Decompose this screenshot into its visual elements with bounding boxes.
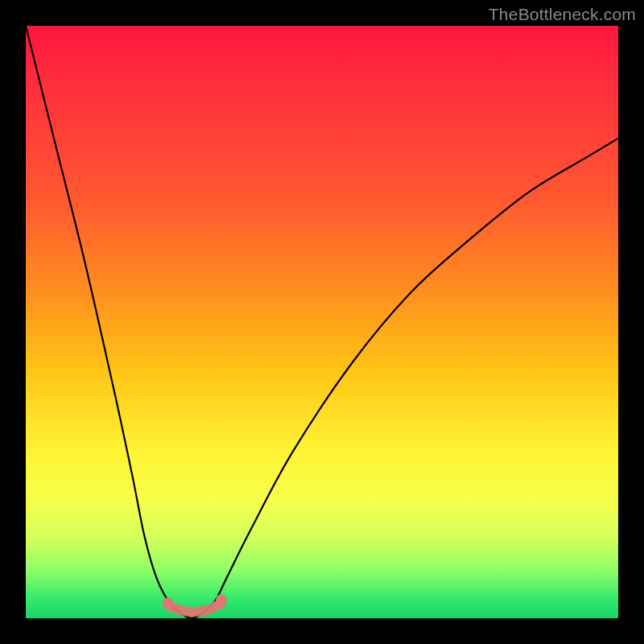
bottleneck-curve: [26, 26, 618, 618]
svg-point-1: [216, 594, 227, 605]
watermark-text: TheBottleneck.com: [489, 5, 636, 24]
curve-minimum-marker: [163, 594, 227, 612]
plot-area: [26, 26, 618, 618]
curve-path: [26, 26, 618, 618]
svg-point-0: [163, 597, 174, 609]
curve-layer: [26, 26, 618, 618]
chart-frame: TheBottleneck.com: [0, 0, 644, 644]
